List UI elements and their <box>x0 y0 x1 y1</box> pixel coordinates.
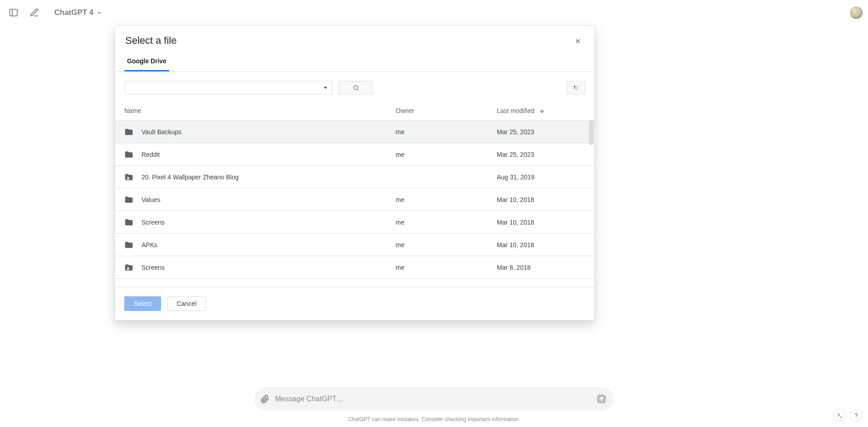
console-button[interactable] <box>834 409 846 422</box>
svg-line-7 <box>357 89 359 90</box>
file-modified: Mar 10, 2018 <box>497 219 585 226</box>
folder-icon <box>124 150 133 159</box>
file-name: Screens <box>142 264 165 271</box>
search-button[interactable] <box>339 81 373 94</box>
footer-note: ChatGPT can make mistakes. Consider chec… <box>0 416 868 422</box>
svg-text:A: A <box>576 86 578 88</box>
svg-rect-0 <box>10 9 18 16</box>
topbar: ChatGPT 4 <box>0 0 868 25</box>
file-name: APKs <box>142 241 157 249</box>
arrow-down-icon <box>539 108 545 114</box>
file-owner: me <box>396 241 497 249</box>
table-row[interactable]: ValuesmeMar 10, 2018 <box>115 188 594 211</box>
file-owner: me <box>396 264 497 271</box>
file-name: Values <box>142 196 160 203</box>
file-name: Reddit <box>142 151 160 158</box>
table-header[interactable]: Name Owner Last modified <box>115 101 594 121</box>
help-button[interactable]: ? <box>850 409 863 422</box>
folder-icon <box>124 240 133 249</box>
svg-point-13 <box>127 267 129 268</box>
table-row[interactable]: ScreensmeMar 8, 2018 <box>115 256 594 279</box>
file-owner: me <box>396 196 497 203</box>
shared-folder-icon <box>124 263 133 272</box>
file-modified: Aug 31, 2019 <box>497 174 585 181</box>
col-owner[interactable]: Owner <box>396 107 497 114</box>
col-modified[interactable]: Last modified <box>497 107 585 114</box>
table-row[interactable]: 20. Pixel 4 Wallpaper Zheano BlogAug 31,… <box>115 166 594 188</box>
file-name: Vault Backups <box>142 128 181 136</box>
file-modified: Mar 8, 2018 <box>497 264 585 271</box>
table-row[interactable]: ScreensmeMar 10, 2018 <box>115 211 594 234</box>
col-modified-label: Last modified <box>497 107 534 114</box>
select-button[interactable]: Select <box>124 296 161 311</box>
tabs: Google Drive <box>115 51 594 72</box>
tab-google-drive[interactable]: Google Drive <box>124 51 169 71</box>
caret-down-icon <box>324 87 327 89</box>
table-row[interactable]: Vault BackupsmeMar 25, 2023 <box>115 121 594 143</box>
file-table: Name Owner Last modified Vault Backupsme… <box>115 101 594 287</box>
svg-point-6 <box>354 85 358 89</box>
file-modified: Mar 25, 2023 <box>497 128 585 136</box>
cancel-button[interactable]: Cancel <box>167 296 206 311</box>
modal-footer: Select Cancel <box>115 287 594 320</box>
file-name: 20. Pixel 4 Wallpaper Zheano Blog <box>142 174 239 181</box>
search-box[interactable] <box>124 81 332 94</box>
scrollbar-thumb[interactable] <box>589 120 594 145</box>
chat-input[interactable] <box>255 387 614 411</box>
chevron-down-icon <box>96 9 103 16</box>
avatar[interactable] <box>850 6 863 19</box>
folder-icon <box>124 127 133 136</box>
attach-icon[interactable] <box>261 394 270 404</box>
search-input[interactable] <box>129 84 324 92</box>
svg-point-12 <box>127 177 129 178</box>
picker-toolbar: A Z <box>115 72 594 101</box>
file-owner: me <box>396 219 497 226</box>
col-name[interactable]: Name <box>124 107 396 114</box>
table-row[interactable]: RedditmeMar 25, 2023 <box>115 143 594 166</box>
modal-title: Select a file <box>125 35 177 47</box>
file-modified: Mar 10, 2018 <box>497 241 585 249</box>
new-chat-button[interactable] <box>26 5 42 21</box>
file-picker-modal: Select a file Google Drive A Z Name Owne… <box>115 25 594 320</box>
tab-label: Google Drive <box>127 57 166 65</box>
chat-text-input[interactable] <box>274 394 591 404</box>
shared-folder-icon <box>124 173 133 182</box>
folder-icon <box>124 195 133 204</box>
table-row[interactable]: APKsmeMar 10, 2018 <box>115 234 594 256</box>
file-owner: me <box>396 128 497 136</box>
svg-text:Z: Z <box>576 88 578 90</box>
model-selector[interactable]: ChatGPT 4 <box>54 8 103 17</box>
file-modified: Mar 10, 2018 <box>497 196 585 203</box>
help-label: ? <box>854 412 858 419</box>
file-modified: Mar 25, 2023 <box>497 151 585 158</box>
sidebar-toggle-button[interactable] <box>5 5 22 21</box>
file-owner: me <box>396 151 497 158</box>
file-name: Screens <box>142 219 165 226</box>
model-label: ChatGPT 4 <box>54 8 94 17</box>
folder-icon <box>124 218 133 227</box>
sort-button[interactable]: A Z <box>567 81 585 94</box>
close-button[interactable] <box>571 35 584 47</box>
send-icon[interactable] <box>596 393 608 405</box>
